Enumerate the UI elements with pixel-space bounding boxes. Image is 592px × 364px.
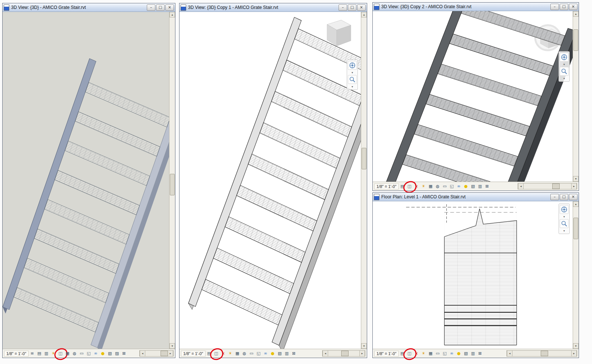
- steering-wheel-icon[interactable]: [348, 61, 357, 70]
- horizontal-scrollbar[interactable]: ◂ ▸: [322, 350, 365, 357]
- maximize-button[interactable]: □: [560, 4, 568, 10]
- analytical-model-icon[interactable]: ⊠: [121, 350, 127, 357]
- scrollbar-thumb[interactable]: [341, 351, 349, 356]
- shadows-icon[interactable]: ▦: [427, 183, 434, 190]
- reveal-hidden-elements-icon[interactable]: ●: [269, 350, 276, 357]
- scroll-up-icon[interactable]: ▴: [573, 201, 579, 207]
- crop-view-icon[interactable]: ▭: [78, 350, 85, 357]
- show-crop-region-icon[interactable]: ◱: [255, 350, 262, 357]
- chevron-down-icon[interactable]: ▾: [348, 85, 356, 88]
- close-button[interactable]: ×: [569, 4, 578, 10]
- close-hide-isolate-icon[interactable]: ×: [220, 350, 227, 357]
- render-dialog-icon[interactable]: ◍: [71, 350, 78, 357]
- scrollbar-thumb[interactable]: [552, 183, 560, 189]
- detail-level-icon[interactable]: ▤: [206, 350, 213, 357]
- shadows-icon[interactable]: ▦: [234, 350, 241, 357]
- analytical-model-icon[interactable]: ⊠: [484, 183, 491, 190]
- show-crop-region-icon[interactable]: ◱: [85, 350, 92, 357]
- horizontal-scrollbar[interactable]: ◂ ▸: [518, 183, 577, 189]
- scrollbar-track[interactable]: [573, 207, 579, 343]
- scrollbar-track[interactable]: [169, 17, 175, 343]
- close-button[interactable]: ×: [165, 4, 174, 11]
- scrollbar-thumb[interactable]: [161, 351, 168, 356]
- view-scale-button[interactable]: 1/8" = 1'-0": [181, 351, 206, 357]
- minimize-button[interactable]: –: [550, 4, 559, 10]
- scroll-left-icon[interactable]: ◂: [507, 351, 512, 356]
- scrollbar-thumb[interactable]: [541, 351, 548, 356]
- temporary-hide-isolate-icon[interactable]: ∞: [93, 350, 99, 357]
- worksharing-display-icon[interactable]: ▥: [284, 350, 290, 357]
- show-crop-region-icon[interactable]: ◱: [441, 350, 448, 357]
- vertical-scrollbar[interactable]: ▴ ▾: [361, 12, 367, 349]
- scroll-down-icon[interactable]: ▾: [573, 176, 579, 182]
- stair-3d-shadeddark-canvas[interactable]: [373, 11, 573, 182]
- visual-style-icon[interactable]: ◫: [213, 350, 220, 357]
- zoom-icon[interactable]: [560, 67, 569, 76]
- scroll-right-icon[interactable]: ▸: [168, 351, 173, 356]
- reveal-hidden-elements-icon[interactable]: ●: [100, 350, 106, 357]
- vertical-scrollbar[interactable]: ▴ ▾: [573, 201, 579, 349]
- maximize-button[interactable]: □: [156, 4, 165, 11]
- view-scale-button[interactable]: 1/8" = 1'-0": [374, 183, 399, 189]
- scroll-up-icon[interactable]: ▴: [361, 12, 367, 17]
- detail-level-icon[interactable]: ▤: [36, 350, 43, 357]
- viewcube[interactable]: [327, 20, 351, 46]
- temporary-hide-isolate-icon[interactable]: ∞: [449, 350, 455, 357]
- close-button[interactable]: ×: [569, 194, 578, 200]
- render-dialog-icon[interactable]: ◍: [434, 183, 441, 190]
- zoom-icon[interactable]: [560, 219, 569, 228]
- visual-style-icon[interactable]: ◫: [406, 183, 413, 190]
- window-titlebar[interactable]: Floor Plan: Level 1 - AMICO Grate Stair.…: [373, 193, 579, 201]
- scrollbar-thumb[interactable]: [170, 174, 175, 195]
- scroll-left-icon[interactable]: ◂: [518, 183, 524, 189]
- temporary-view-properties-icon[interactable]: ▧: [107, 350, 113, 357]
- window-titlebar[interactable]: 3D View: {3D} Copy 1 - AMICO Grate Stair…: [179, 3, 367, 12]
- temporary-hide-isolate-icon[interactable]: ∞: [262, 350, 269, 357]
- temporary-hide-isolate-icon[interactable]: ∞: [456, 183, 462, 190]
- window-titlebar[interactable]: 3D View: {3D} Copy 2 - AMICO Grate Stair…: [373, 3, 579, 11]
- scrollbar-thumb[interactable]: [362, 148, 366, 169]
- minimize-button[interactable]: –: [339, 4, 347, 11]
- crop-view-icon[interactable]: ▭: [248, 350, 255, 357]
- analytical-model-icon[interactable]: ⊠: [291, 350, 297, 357]
- horizontal-scrollbar[interactable]: ◂ ▸: [139, 350, 174, 357]
- zoom-icon[interactable]: [348, 75, 357, 84]
- window-titlebar[interactable]: 3D View: {3D} - AMICO Grate Stair.rvt – …: [3, 3, 175, 12]
- scrollbar-track[interactable]: [524, 183, 571, 189]
- horizontal-scrollbar[interactable]: ◂ ▸: [507, 350, 577, 357]
- scrollbar-thumb[interactable]: [573, 29, 578, 51]
- chevron-down-icon[interactable]: ▾: [560, 62, 568, 66]
- steering-wheel-icon[interactable]: [560, 205, 569, 214]
- shadows-icon[interactable]: ▦: [64, 350, 71, 357]
- detail-level-icon[interactable]: ▤: [399, 183, 406, 190]
- sun-path-icon[interactable]: ☀: [227, 350, 234, 357]
- minimize-button[interactable]: –: [147, 4, 155, 11]
- crop-view-icon[interactable]: ▭: [434, 350, 441, 357]
- scrollbar-track[interactable]: [361, 17, 367, 343]
- view-scale-button[interactable]: 1/8" = 1'-0": [4, 351, 29, 357]
- scroll-up-icon[interactable]: ▴: [573, 11, 579, 17]
- scroll-up-icon[interactable]: ▴: [169, 12, 175, 17]
- sun-path-icon[interactable]: ☀: [420, 350, 427, 357]
- reveal-hidden-elements-icon[interactable]: ●: [456, 350, 462, 357]
- worksharing-display-icon[interactable]: ▥: [43, 350, 50, 357]
- show-crop-region-icon[interactable]: ◱: [449, 183, 455, 190]
- temporary-view-properties-icon[interactable]: ▧: [276, 350, 283, 357]
- maximize-button[interactable]: □: [348, 4, 356, 11]
- view-scale-button[interactable]: 1/8" = 1'-0": [374, 351, 399, 357]
- crop-view-icon[interactable]: ▭: [441, 183, 448, 190]
- render-dialog-icon[interactable]: ◍: [241, 350, 248, 357]
- reveal-hidden-elements-icon[interactable]: ●: [463, 183, 469, 190]
- stair-3d-shaded-canvas[interactable]: [3, 12, 169, 349]
- scroll-right-icon[interactable]: ▸: [571, 351, 577, 356]
- temporary-view-properties-icon[interactable]: ▧: [463, 350, 469, 357]
- steering-wheel-icon[interactable]: [560, 53, 569, 62]
- vertical-scrollbar[interactable]: ▴ ▾: [573, 11, 579, 182]
- worksharing-display-icon[interactable]: ▥: [477, 183, 483, 190]
- scroll-right-icon[interactable]: ▸: [571, 183, 577, 189]
- analytical-model-icon[interactable]: ⊠: [477, 350, 483, 357]
- chevron-down-icon[interactable]: ▾: [560, 215, 568, 218]
- close-button[interactable]: ×: [357, 4, 366, 11]
- maximize-button[interactable]: □: [560, 194, 568, 200]
- shadows-icon[interactable]: ▦: [427, 350, 434, 357]
